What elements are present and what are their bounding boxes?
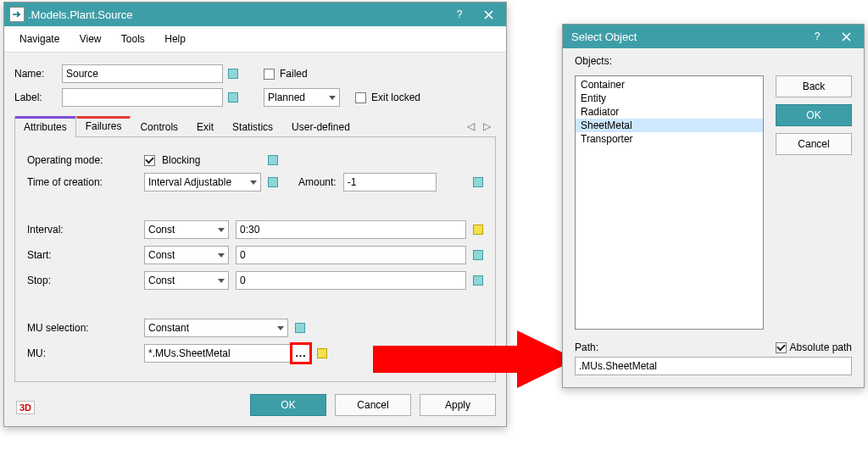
list-item[interactable]: Entity (576, 92, 763, 105)
select-object-titlebar[interactable]: Select Object ? (563, 25, 864, 48)
chevron-down-icon (218, 253, 225, 258)
menu-navigate[interactable]: Navigate (11, 30, 68, 48)
mu-selection-select[interactable]: Constant (144, 319, 288, 337)
source-app-icon (9, 7, 25, 22)
tab-failures[interactable]: Failures (76, 116, 131, 137)
time-of-creation-chip-icon[interactable] (268, 177, 278, 187)
cancel-button[interactable]: Cancel (776, 133, 852, 155)
mu-selection-value: Constant (148, 322, 189, 334)
label-label: Label: (14, 92, 57, 103)
blocking-label: Blocking (162, 154, 200, 166)
amount-input[interactable] (343, 173, 437, 191)
operating-mode-label: Operating mode: (27, 154, 137, 166)
tab-controls[interactable]: Controls (131, 116, 187, 137)
name-chip-icon[interactable] (228, 69, 238, 79)
back-button[interactable]: Back (776, 75, 852, 97)
name-label: Name: (14, 68, 57, 80)
list-item[interactable]: SheetMetal (576, 119, 763, 132)
name-input[interactable] (62, 64, 223, 83)
blocking-checkbox[interactable] (144, 155, 155, 166)
path-label: Path: (575, 341, 598, 353)
start-label: Start: (27, 249, 137, 261)
mu-label: MU: (27, 347, 137, 359)
amount-label: Amount: (298, 176, 337, 188)
tab-attributes[interactable]: Attributes (14, 116, 76, 137)
help-button[interactable]: ? (803, 25, 832, 48)
interval-dist-select[interactable]: Const (144, 220, 229, 239)
apply-button[interactable]: Apply (420, 394, 496, 416)
tab-userdef[interactable]: User-defined (282, 116, 359, 137)
dialog-footer: OK Cancel Apply (14, 382, 496, 416)
close-button[interactable] (832, 25, 860, 48)
failed-checkbox[interactable] (264, 69, 275, 80)
chevron-down-icon (329, 96, 336, 100)
mu-selection-chip-icon[interactable] (295, 323, 305, 333)
chevron-down-icon (218, 279, 225, 283)
select-object-title: Select Object (568, 31, 803, 43)
list-item[interactable]: Transporter (576, 132, 763, 146)
mu-input[interactable] (144, 344, 292, 363)
source-title: .Models.Plant.Source (25, 8, 445, 21)
menubar: Navigate View Tools Help (4, 26, 506, 53)
list-item[interactable]: Container (576, 78, 763, 92)
start-input[interactable] (236, 246, 466, 264)
planned-value: Planned (268, 92, 305, 103)
tab-exit[interactable]: Exit (187, 116, 223, 137)
view-3d-icon[interactable]: 3D (16, 401, 35, 414)
mu-browse-button[interactable]: ... (292, 344, 310, 363)
exit-locked-checkbox[interactable] (355, 92, 366, 103)
time-of-creation-value: Interval Adjustable (148, 176, 231, 188)
operating-mode-chip-icon[interactable] (268, 155, 278, 165)
interval-chip-icon[interactable] (473, 225, 483, 235)
stop-dist-select[interactable]: Const (144, 271, 229, 290)
stop-dist-value: Const (148, 275, 175, 286)
absolute-path-label: Absolute path (790, 341, 852, 353)
menu-help[interactable]: Help (156, 30, 194, 48)
stop-chip-icon[interactable] (473, 275, 483, 286)
objects-listbox[interactable]: Container Entity Radiator SheetMetal Tra… (575, 75, 764, 330)
label-input[interactable] (62, 88, 223, 107)
chevron-down-icon (250, 180, 257, 185)
stop-label: Stop: (27, 275, 137, 286)
ok-button[interactable]: OK (776, 104, 852, 126)
amount-chip-icon[interactable] (473, 177, 483, 187)
menu-tools[interactable]: Tools (113, 30, 153, 48)
chevron-down-icon (218, 228, 225, 232)
mu-chip-icon[interactable] (317, 348, 327, 358)
exit-locked-label: Exit locked (371, 92, 420, 103)
attributes-panel: Operating mode: Blocking Time of creatio… (14, 137, 496, 382)
tabs-scroll-right-icon[interactable]: ▷ (483, 120, 491, 132)
chevron-down-icon (277, 326, 284, 330)
mu-selection-label: MU selection: (27, 322, 137, 334)
interval-input[interactable] (236, 220, 466, 239)
start-chip-icon[interactable] (473, 250, 483, 260)
start-dist-value: Const (148, 249, 175, 261)
help-button[interactable]: ? (445, 3, 474, 26)
absolute-path-checkbox[interactable] (776, 342, 787, 353)
cancel-button[interactable]: Cancel (335, 394, 411, 416)
ok-button[interactable]: OK (250, 394, 326, 416)
menu-view[interactable]: View (71, 30, 110, 48)
source-window: .Models.Plant.Source ? Navigate View Too… (3, 2, 507, 427)
close-button[interactable] (474, 3, 503, 26)
failed-label: Failed (280, 68, 308, 80)
time-of-creation-label: Time of creation: (27, 176, 137, 188)
time-of-creation-select[interactable]: Interval Adjustable (144, 173, 261, 191)
planned-select[interactable]: Planned (264, 88, 340, 107)
list-item[interactable]: Radiator (576, 105, 763, 119)
interval-dist-value: Const (148, 224, 175, 236)
tab-statistics[interactable]: Statistics (223, 116, 282, 137)
start-dist-select[interactable]: Const (144, 246, 229, 264)
source-titlebar[interactable]: .Models.Plant.Source ? (4, 3, 506, 26)
interval-label: Interval: (27, 224, 137, 236)
stop-input[interactable] (236, 271, 466, 290)
tab-strip: Attributes Failures Controls Exit Statis… (14, 115, 496, 137)
path-input[interactable] (575, 357, 852, 375)
objects-label: Objects: (563, 48, 864, 67)
select-object-window: Select Object ? Objects: Container Entit… (562, 24, 865, 388)
tabs-scroll-left-icon[interactable]: ◁ (467, 120, 475, 132)
label-chip-icon[interactable] (228, 92, 238, 103)
